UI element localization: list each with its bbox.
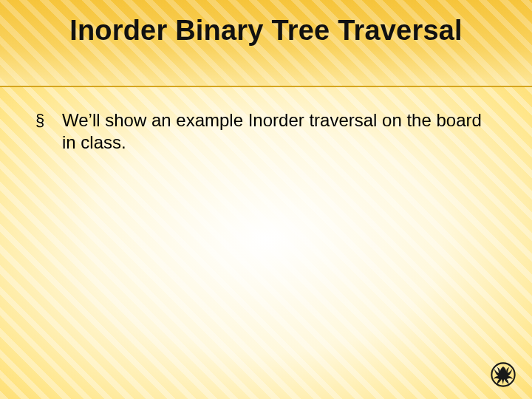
slide: Inorder Binary Tree Traversal § We’ll sh… xyxy=(0,0,532,399)
bullet-marker: § xyxy=(35,109,49,132)
slide-title: Inorder Binary Tree Traversal xyxy=(0,15,532,47)
ucf-pegasus-logo-icon xyxy=(491,362,516,387)
bullet-text: We’ll show an example Inorder traversal … xyxy=(62,109,497,154)
bullet-item: § We’ll show an example Inorder traversa… xyxy=(35,109,497,154)
slide-body: § We’ll show an example Inorder traversa… xyxy=(35,109,497,154)
